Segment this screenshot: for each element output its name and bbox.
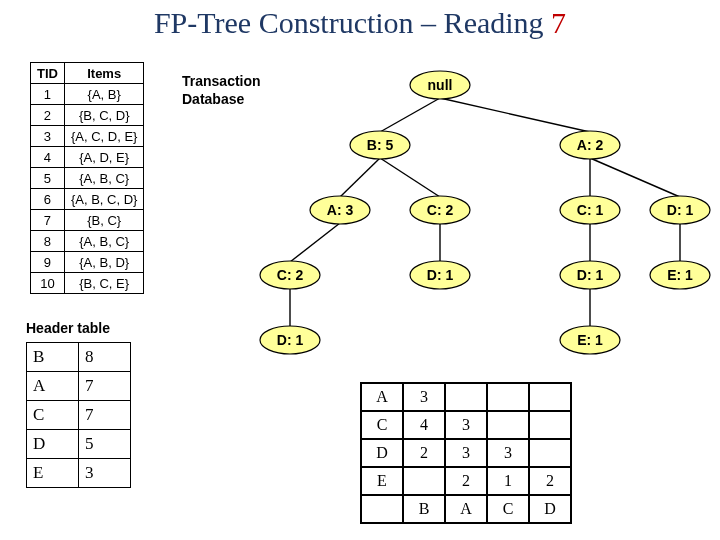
cell: {B, C, E} [64,273,143,294]
page-title: FP-Tree Construction – Reading 7 [0,6,720,40]
cell [445,383,487,411]
conditional-pattern-table: A3 C43 D233 E212 BACD [360,382,572,524]
tree-node: C: 2 [410,196,470,224]
tree-node-label: C: 2 [277,267,304,283]
cell: {A, B, C, D} [64,189,143,210]
th-items: Items [64,63,143,84]
tree-edge [340,158,380,197]
cell: {A, B, D} [64,252,143,273]
transaction-table: TID Items 1{A, B} 2{B, C, D} 3{A, C, D, … [30,62,144,294]
cell: C [361,411,403,439]
cell [529,439,571,467]
cell [361,495,403,523]
cell: 2 [445,467,487,495]
cell [529,411,571,439]
tree-edge [590,158,680,197]
tree-node: B: 5 [350,131,410,159]
tree-node-label: E: 1 [577,332,603,348]
cell: 3 [487,439,529,467]
tree-node-label: D: 1 [427,267,454,283]
tree-node-label: D: 1 [577,267,604,283]
cell: A [27,372,79,401]
tree-node: null [410,71,470,99]
cell: 7 [79,401,131,430]
cell: D [361,439,403,467]
cell: E [361,467,403,495]
cell [487,383,529,411]
tree-node-label: E: 1 [667,267,693,283]
tree-node-label: D: 1 [667,202,694,218]
header-table-label: Header table [26,320,110,336]
tree-node: D: 1 [650,196,710,224]
header-table: B8 A7 C7 D5 E3 [26,342,131,488]
tree-edge [440,98,590,132]
tree-node-label: C: 2 [427,202,454,218]
cell: 8 [79,343,131,372]
tree-node: D: 1 [410,261,470,289]
cell: {B, C} [64,210,143,231]
tree-edge [380,98,440,132]
cell: C [487,495,529,523]
tree-node-label: C: 1 [577,202,604,218]
cell [529,383,571,411]
cell: 7 [79,372,131,401]
cell: 4 [403,411,445,439]
cell: 2 [403,439,445,467]
tree-node-label: D: 1 [277,332,304,348]
title-step: 7 [551,6,566,39]
tree-node: D: 1 [260,326,320,354]
cell [403,467,445,495]
tree-node-label: A: 2 [577,137,604,153]
fp-tree-diagram: nullB: 5A: 2A: 3C: 2C: 1D: 1C: 2D: 1D: 1… [210,60,720,380]
cell: 10 [31,273,65,294]
cell: 5 [31,168,65,189]
cell: 5 [79,430,131,459]
cell: B [27,343,79,372]
cell: D [27,430,79,459]
cell: 4 [31,147,65,168]
tree-edge [380,158,440,197]
tree-node: C: 1 [560,196,620,224]
tree-node-label: A: 3 [327,202,354,218]
tree-node-label: B: 5 [367,137,394,153]
cell: {A, B} [64,84,143,105]
cell: B [403,495,445,523]
cell: 2 [31,105,65,126]
cell [487,411,529,439]
cell: D [529,495,571,523]
tree-node: C: 2 [260,261,320,289]
cell: 3 [445,439,487,467]
cell: {A, D, E} [64,147,143,168]
cell: 9 [31,252,65,273]
cell: 1 [31,84,65,105]
tree-node: D: 1 [560,261,620,289]
tree-node: A: 2 [560,131,620,159]
tree-node: E: 1 [650,261,710,289]
tree-node-label: null [428,77,453,93]
cell: 2 [529,467,571,495]
cell: E [27,459,79,488]
cell: 1 [487,467,529,495]
cell: 3 [403,383,445,411]
cell: 6 [31,189,65,210]
cell: {A, B, C} [64,231,143,252]
cell: {A, B, C} [64,168,143,189]
tree-node: A: 3 [310,196,370,224]
cell: 8 [31,231,65,252]
tree-node: E: 1 [560,326,620,354]
cell: 3 [79,459,131,488]
tree-edge [290,223,340,262]
cell: {B, C, D} [64,105,143,126]
th-tid: TID [31,63,65,84]
cell: 3 [445,411,487,439]
cell: A [445,495,487,523]
cell: C [27,401,79,430]
title-main: FP-Tree Construction – Reading [154,6,551,39]
cell: A [361,383,403,411]
cell: 3 [31,126,65,147]
cell: {A, C, D, E} [64,126,143,147]
cell: 7 [31,210,65,231]
